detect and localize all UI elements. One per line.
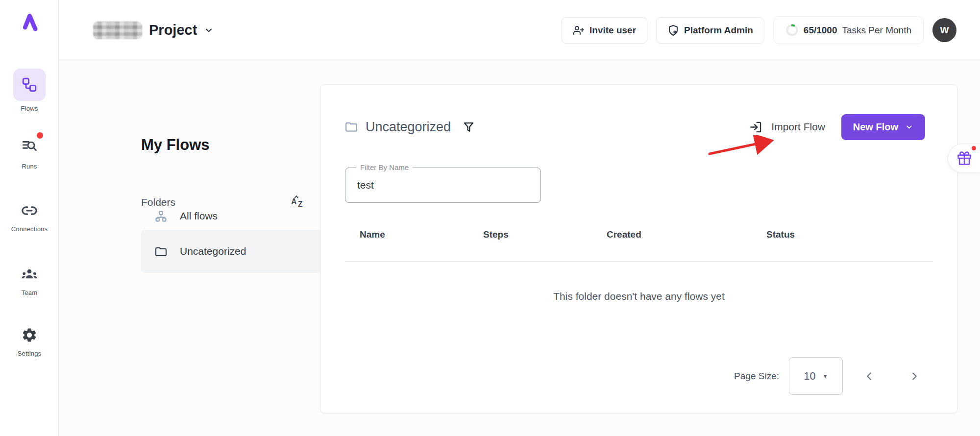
import-flow-button[interactable]: Import Flow (749, 121, 825, 134)
people-icon (21, 266, 38, 283)
sidebar-item-team[interactable]: Team (0, 264, 59, 296)
filter-by-name-field: Filter By Name (345, 168, 541, 203)
filter-by-name-input[interactable] (357, 168, 529, 202)
invite-user-label: Invite user (589, 25, 636, 36)
panel-header: Uncategorized Import Flow New Flow (345, 113, 925, 141)
gift-icon (957, 151, 972, 166)
platform-admin-button[interactable]: Platform Admin (656, 17, 764, 44)
settings-icon-box (17, 324, 42, 346)
next-page-button[interactable] (904, 365, 925, 387)
chevron-down-icon (204, 25, 214, 35)
project-title: Project (149, 22, 197, 38)
project-selector[interactable]: Project (93, 0, 214, 60)
sidebar: Flows Runs Connections (0, 0, 59, 436)
dropdown-caret-icon: ▼ (823, 373, 828, 379)
column-header-created: Created (607, 229, 641, 240)
sidebar-item-connections[interactable]: Connections (0, 200, 59, 233)
rewards-tab[interactable] (948, 144, 980, 173)
sidebar-label-runs: Runs (22, 163, 37, 170)
page-size-select[interactable]: 10 ▼ (789, 357, 843, 395)
previous-page-button[interactable] (858, 365, 880, 387)
page-title: My Flows (141, 136, 210, 154)
sidebar-label-connections: Connections (11, 225, 48, 233)
funnel-icon (463, 121, 475, 133)
sidebar-item-flows[interactable]: Flows (0, 69, 59, 112)
flows-table-header: Name Steps Created Status (345, 229, 933, 249)
table-divider (345, 261, 933, 262)
user-plus-icon (573, 24, 585, 36)
folder-icon (345, 121, 358, 133)
shield-admin-icon (667, 24, 679, 36)
column-header-status: Status (766, 229, 795, 240)
import-arrow-icon (749, 121, 762, 134)
folder-icon (155, 245, 167, 258)
link-icon (21, 202, 38, 219)
sidebar-item-settings[interactable]: Settings (0, 324, 59, 357)
workflow-icon (21, 76, 38, 93)
gear-icon (21, 327, 38, 343)
sidebar-label-team: Team (22, 289, 38, 296)
new-flow-label: New Flow (853, 121, 898, 133)
platform-admin-label: Platform Admin (684, 25, 753, 36)
flows-icon-box (13, 69, 46, 101)
connections-icon-box (17, 200, 42, 221)
tree-structure-icon (155, 210, 167, 222)
page-size-label: Page Size: (734, 371, 779, 382)
sidebar-label-settings: Settings (18, 350, 42, 357)
new-flow-button[interactable]: New Flow (841, 114, 925, 140)
sidebar-item-runs[interactable]: Runs (0, 133, 59, 170)
folder-name: Uncategorized (180, 245, 246, 257)
empty-state-text: This folder doesn't have any flows yet (320, 291, 957, 302)
chevron-left-icon (864, 371, 875, 382)
logs-search-icon (21, 138, 38, 154)
flows-panel-card: Uncategorized Import Flow New Flow Filte… (320, 84, 958, 413)
runs-notification-dot (37, 132, 43, 139)
header-actions: Invite user Platform Admin 65/1000 Tasks… (562, 0, 956, 60)
sidebar-label-flows: Flows (21, 105, 38, 112)
top-header: Project Invite user Platform Admin (59, 0, 980, 60)
column-header-name: Name (360, 229, 385, 240)
project-name-redacted (93, 22, 142, 39)
tasks-usage-pill[interactable]: 65/1000 Tasks Per Month (773, 16, 924, 44)
panel-folder-title: Uncategorized (366, 120, 451, 135)
pagination: Page Size: 10 ▼ (734, 357, 925, 395)
rewards-notification-dot (972, 146, 976, 150)
page-size-value: 10 (804, 370, 815, 383)
chevron-down-icon (905, 123, 913, 131)
chevron-right-icon (909, 371, 920, 382)
import-flow-label: Import Flow (771, 121, 825, 133)
tasks-count: 65/1000 (804, 25, 837, 36)
folder-name: All flows (180, 210, 218, 222)
filter-button[interactable] (463, 121, 475, 133)
activepieces-logo-icon (19, 10, 40, 34)
team-icon-box (17, 264, 42, 285)
avatar[interactable]: W (932, 18, 956, 42)
tasks-label: Tasks Per Month (842, 25, 912, 36)
runs-icon-box (17, 133, 42, 159)
avatar-initial: W (940, 25, 949, 36)
invite-user-button[interactable]: Invite user (562, 17, 647, 44)
column-header-steps: Steps (483, 229, 509, 240)
app-logo[interactable] (0, 10, 59, 34)
progress-ring-icon (785, 24, 799, 37)
